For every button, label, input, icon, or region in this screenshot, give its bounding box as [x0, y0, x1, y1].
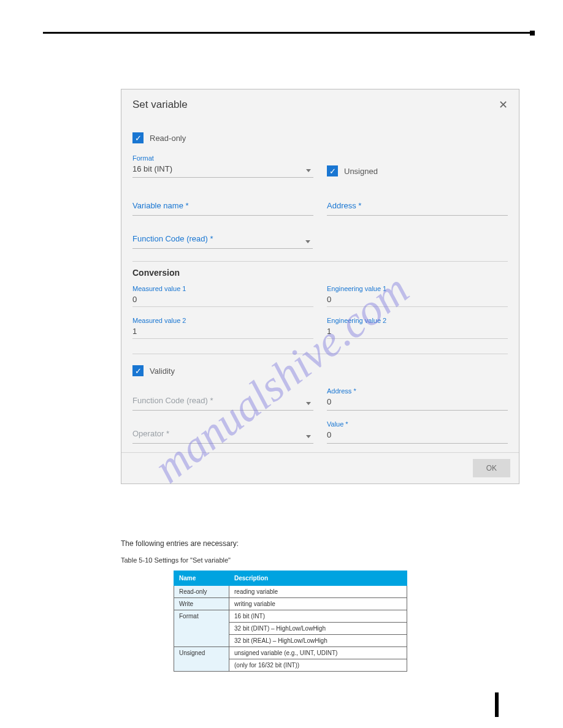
read-only-checkbox[interactable]: ✓ [132, 132, 144, 143]
value-value: 0 [327, 429, 508, 439]
validity-function-code-select[interactable]: Function Code (read) * [132, 387, 313, 411]
validity-address-value: 0 [327, 396, 508, 406]
table-row: Write writing variable [174, 598, 407, 610]
variable-name-label: Variable name * [132, 196, 189, 210]
engineering-value-1-label: Engineering value 1 [327, 285, 508, 292]
unsigned-label: Unsigned [344, 167, 378, 176]
validity-address-input[interactable]: Address * 0 [327, 387, 508, 411]
measured-value-2-label: Measured value 2 [132, 317, 313, 324]
table-row: Unsigned unsigned variable (e.g., UINT, … [174, 647, 407, 659]
engineering-value-2-input[interactable]: 1 [327, 324, 508, 339]
unsigned-checkbox-row: ✓ Unsigned [327, 165, 378, 176]
close-icon[interactable]: ✕ [499, 98, 508, 112]
validity-address-label: Address * [327, 387, 356, 395]
variable-name-input[interactable]: Variable name * [132, 192, 313, 216]
table-row: Format 16 bit (INT) [174, 610, 407, 623]
measured-value-2-input[interactable]: 1 [132, 324, 313, 339]
dialog-header: Set variable ✕ [121, 89, 519, 115]
operator-select[interactable]: Operator * [132, 420, 313, 444]
function-code-read-label: Function Code (read) * [132, 229, 213, 243]
page-top-rule [43, 32, 532, 34]
ok-button[interactable]: OK [473, 459, 510, 477]
settings-table: Name Description Read-only reading varia… [174, 571, 407, 672]
measured-value-1-input[interactable]: 0 [132, 292, 313, 307]
dialog-footer: OK [121, 452, 519, 483]
page-side-bar [495, 692, 499, 717]
following-entries-text: The following entries are necessary: [121, 539, 239, 548]
operator-label: Operator * [132, 424, 169, 438]
value-input[interactable]: Value * 0 [327, 420, 508, 444]
address-input[interactable]: Address * [327, 192, 508, 216]
read-only-label: Read-only [150, 134, 186, 143]
format-select[interactable]: Format 16 bit (INT) [132, 154, 313, 178]
validity-checkbox[interactable]: ✓ [132, 365, 144, 376]
set-variable-dialog: Set variable ✕ ✓ Read-only Format 16 bit… [121, 89, 519, 484]
dialog-title: Set variable [132, 99, 188, 111]
function-code-read-select[interactable]: Function Code (read) * [132, 226, 313, 249]
chevron-down-icon [306, 402, 311, 405]
format-value: 16 bit (INT) [132, 163, 313, 173]
page-top-endmark [530, 31, 535, 36]
engineering-value-2-label: Engineering value 2 [327, 317, 508, 324]
chevron-down-icon [306, 169, 311, 172]
table-header-name: Name [174, 571, 229, 586]
table-header-desc: Description [229, 571, 407, 586]
chevron-down-icon [305, 240, 310, 243]
validity-label: Validity [150, 366, 175, 376]
read-only-checkbox-row: ✓ Read-only [132, 132, 508, 143]
table-row: Read-only reading variable [174, 586, 407, 598]
measured-value-1-label: Measured value 1 [132, 285, 313, 292]
engineering-value-1-input[interactable]: 0 [327, 292, 508, 307]
unsigned-checkbox[interactable]: ✓ [327, 165, 338, 176]
validity-function-code-label: Function Code (read) * [132, 391, 213, 405]
address-label: Address * [327, 196, 361, 210]
conversion-title: Conversion [132, 268, 508, 278]
validity-checkbox-row: ✓ Validity [132, 365, 508, 376]
format-label: Format [132, 154, 154, 162]
table-caption: Table 5-10 Settings for "Set variable" [121, 556, 231, 564]
value-label: Value * [327, 420, 348, 428]
chevron-down-icon [306, 435, 311, 438]
